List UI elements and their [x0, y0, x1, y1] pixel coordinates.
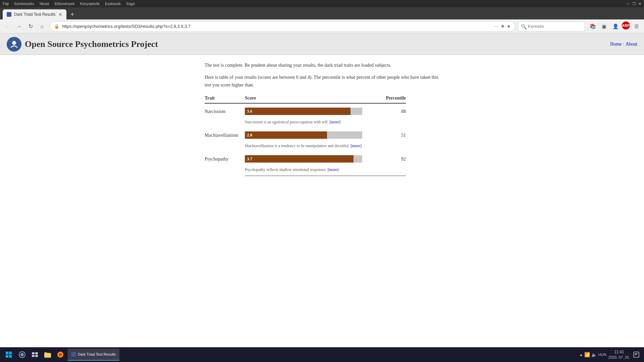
- tab-overview-icon[interactable]: ▣: [599, 21, 609, 32]
- nav-bar: ← → ↻ ⌂ 🔒 ⋯ ❖ ★ 🔍 📚 ▣ 👤 ABP ☰: [0, 19, 644, 34]
- tray-network-icon[interactable]: 📶: [584, 352, 590, 357]
- table-row: Machiavellianism 2.8 51: [205, 127, 406, 141]
- trait-name: Psychopathy: [205, 151, 245, 165]
- more-link[interactable]: [more]: [330, 120, 341, 124]
- logo-svg: [9, 40, 19, 49]
- tab-title: Dark Triad Test Results: [14, 12, 56, 17]
- address-bar[interactable]: 🔒 ⋯ ❖ ★: [50, 21, 515, 32]
- nav-home-link[interactable]: Home: [610, 42, 622, 47]
- star-icon[interactable]: ★: [507, 24, 511, 29]
- logo-icon: [7, 37, 21, 52]
- os-titlebar: Fájl Szerkesztés Nézet Előzmények Könyvj…: [0, 0, 644, 7]
- taskbar-window-icon: [71, 352, 76, 357]
- taskbar-system-info: HUN 11:41 2020. 07. 25.: [598, 349, 630, 360]
- search-box[interactable]: 🔍: [518, 21, 585, 32]
- back-btn[interactable]: ←: [3, 21, 13, 32]
- adblock-icon[interactable]: ABP: [622, 21, 630, 29]
- more-link[interactable]: [more]: [351, 143, 362, 148]
- svg-rect-1: [6, 352, 8, 354]
- trait-desc-spacer: [205, 118, 245, 127]
- results-table: Trait Score Percentile Narcissism 3.6 88…: [205, 94, 406, 176]
- url-input[interactable]: [62, 24, 492, 29]
- site-logo: Open Source Psychometrics Project: [7, 37, 158, 52]
- svg-point-0: [12, 41, 16, 45]
- windows-logo-icon: [5, 351, 12, 358]
- search-taskbar-icon: [18, 351, 26, 358]
- svg-rect-7: [32, 352, 35, 354]
- menu-nezet[interactable]: Nézet: [40, 2, 49, 6]
- more-link[interactable]: [more]: [328, 167, 339, 172]
- start-button[interactable]: [3, 349, 15, 361]
- menu-fajl[interactable]: Fájl: [3, 2, 9, 6]
- col-header-percentile: Percentile: [372, 94, 406, 103]
- window-maximize-btn[interactable]: ❐: [632, 2, 636, 6]
- tray-up-arrow[interactable]: ▲: [579, 353, 583, 357]
- site-title: Open Source Psychometrics Project: [25, 39, 158, 49]
- svg-point-6: [20, 353, 24, 356]
- table-desc-row: Machiavellianism is a tendency to be man…: [205, 141, 406, 151]
- locale-indicator: HUN: [598, 353, 606, 357]
- system-date: 2020. 07. 25.: [608, 355, 630, 360]
- task-view-icon: [31, 351, 39, 358]
- window-minimize-btn[interactable]: ─: [627, 2, 630, 6]
- notification-btn[interactable]: [631, 349, 641, 361]
- score-bar-cell: 2.8: [245, 127, 372, 141]
- nav-icon-group: 📚 ▣ 👤 ABP ☰: [588, 21, 641, 32]
- svg-rect-11: [44, 354, 51, 358]
- taskbar-window-title: Dark Triad Test Results: [78, 352, 116, 356]
- percentile-value: 88: [372, 103, 406, 118]
- window-close-btn[interactable]: ✕: [638, 2, 641, 6]
- col-header-score: Score: [245, 94, 372, 103]
- score-bar-cell: 3.7: [245, 151, 372, 165]
- tab-close-btn[interactable]: ✕: [58, 12, 62, 17]
- bookmarks-icon[interactable]: 📚: [588, 21, 598, 32]
- os-window-controls[interactable]: ─ ❐ ✕: [627, 2, 641, 6]
- menu-eszkozok[interactable]: Eszközök: [105, 2, 121, 6]
- taskbar-firefox-icon[interactable]: [54, 349, 66, 361]
- page-area: The test is complete. Be prudent about s…: [0, 55, 644, 347]
- tab-favicon: [7, 12, 11, 17]
- nav-about-link[interactable]: About: [626, 42, 637, 47]
- taskbar-taskview-icon[interactable]: [29, 349, 41, 361]
- trait-desc-cell: Narcissism is an egotistical preoccupati…: [245, 118, 406, 127]
- browser-tab-active[interactable]: Dark Triad Test Results ✕: [3, 9, 66, 19]
- forward-btn[interactable]: →: [14, 21, 24, 32]
- menu-sugo[interactable]: Súgó: [126, 2, 135, 6]
- bookmark-shield-icon[interactable]: ❖: [501, 24, 505, 29]
- search-input[interactable]: [528, 24, 582, 29]
- search-icon: 🔍: [521, 24, 527, 29]
- site-nav: Home · About: [610, 42, 637, 47]
- table-header-row: Trait Score Percentile: [205, 94, 406, 103]
- table-row: Narcissism 3.6 88: [205, 103, 406, 118]
- tab-bar: Dark Triad Test Results ✕ +: [0, 7, 644, 19]
- menu-szerkesztes[interactable]: Szerkesztés: [14, 2, 34, 6]
- content-wrapper: The test is complete. Be prudent about s…: [195, 55, 449, 183]
- taskbar-pinned-icons: [16, 349, 66, 361]
- address-actions: ⋯ ❖ ★: [494, 24, 511, 29]
- system-clock[interactable]: 11:41 2020. 07. 25.: [608, 349, 630, 360]
- table-row: Psychopathy 3.7 92: [205, 151, 406, 165]
- svg-rect-8: [35, 352, 38, 354]
- security-lock-icon: 🔒: [54, 24, 59, 29]
- site-header: Open Source Psychometrics Project Home ·…: [0, 34, 644, 55]
- new-tab-btn[interactable]: +: [68, 9, 77, 19]
- reload-btn[interactable]: ↻: [25, 21, 36, 32]
- svg-rect-4: [9, 355, 12, 358]
- taskbar-folder-icon[interactable]: [42, 349, 54, 361]
- trait-desc-spacer: [205, 141, 245, 151]
- menu-konyvjelzok[interactable]: Könyvjelzők: [80, 2, 100, 6]
- home-btn[interactable]: ⌂: [37, 21, 47, 32]
- tray-volume-icon[interactable]: 🔈: [591, 352, 597, 357]
- trait-desc-cell: Psychopathy reflects shallow emotional r…: [245, 165, 406, 176]
- os-menu-bar[interactable]: Fájl Szerkesztés Nézet Előzmények Könyvj…: [3, 2, 135, 6]
- intro-text-2: Here is table of your results (scores ar…: [205, 74, 439, 89]
- system-time: 11:41: [608, 349, 630, 355]
- menu-btn[interactable]: ☰: [631, 21, 641, 32]
- taskbar-cortana-icon[interactable]: [16, 349, 28, 361]
- trait-desc-spacer: [205, 165, 245, 176]
- menu-elozmények[interactable]: Előzmények: [54, 2, 74, 6]
- taskbar-active-window[interactable]: Dark Triad Test Results: [68, 349, 119, 361]
- more-options-icon[interactable]: ⋯: [494, 24, 499, 29]
- svg-rect-3: [6, 355, 8, 358]
- account-icon[interactable]: 👤: [610, 21, 621, 32]
